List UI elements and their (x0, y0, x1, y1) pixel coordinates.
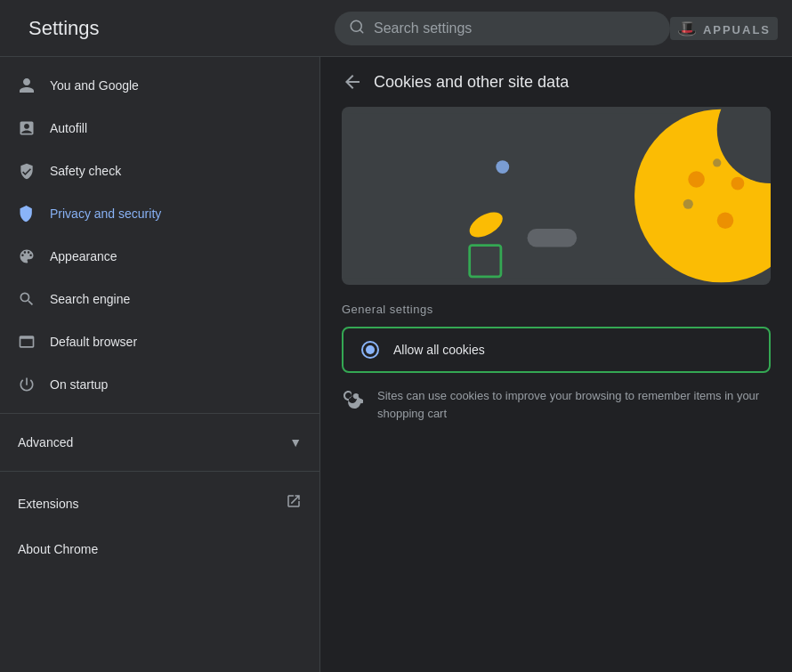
sidebar-label-on-startup: On startup (50, 377, 108, 392)
svg-rect-5 (528, 229, 578, 247)
sidebar-item-default-browser[interactable]: Default browser (0, 320, 309, 363)
privacy-icon (18, 205, 36, 223)
sidebar-item-privacy-and-security[interactable]: Privacy and security (0, 192, 309, 235)
sidebar-label-appearance: Appearance (50, 249, 117, 263)
svg-point-3 (496, 160, 509, 174)
sidebar-item-search-engine[interactable]: Search engine (0, 278, 309, 320)
sidebar-item-extensions[interactable]: Extensions (0, 479, 319, 528)
sidebar-item-safety-check[interactable]: Safety check (0, 150, 309, 192)
header-right: 🎩 APPUALS (670, 17, 778, 40)
browser-icon (18, 333, 36, 351)
svg-point-9 (688, 171, 705, 188)
main-layout: You and Google Autofill Safety check (0, 57, 792, 672)
sidebar-divider-1 (0, 413, 319, 414)
sidebar-label-safety-check: Safety check (50, 164, 121, 178)
svg-point-10 (717, 213, 734, 230)
app-header: Settings 🎩 APPUALS (0, 0, 792, 57)
search-icon (349, 19, 365, 38)
sidebar-item-appearance[interactable]: Appearance (0, 235, 309, 278)
sidebar-label-you-and-google: You and Google (50, 78, 139, 93)
content-area: Cookies and other site data (320, 57, 792, 672)
content-header: Cookies and other site data (320, 57, 792, 107)
sidebar-label-default-browser: Default browser (50, 335, 137, 349)
search-input[interactable] (374, 20, 656, 36)
sidebar-label-privacy: Privacy and security (50, 206, 161, 221)
sidebar-divider-2 (0, 471, 319, 472)
svg-point-13 (713, 158, 721, 166)
shield-icon (18, 162, 36, 180)
person-icon (18, 77, 36, 94)
cookie-description: Sites can use cookies to improve your br… (377, 387, 771, 422)
radio-inner-dot (366, 345, 375, 354)
svg-point-11 (731, 177, 745, 190)
general-settings-label: General settings (320, 285, 792, 323)
search-engine-icon (18, 290, 36, 308)
about-chrome-label: About Chrome (18, 542, 98, 556)
chevron-down-icon: ▼ (289, 435, 302, 449)
appearance-icon (18, 247, 36, 265)
sidebar-item-autofill[interactable]: Autofill (0, 107, 309, 150)
sidebar: You and Google Autofill Safety check (0, 57, 320, 672)
radio-button-allow-all[interactable] (361, 341, 379, 359)
startup-icon (18, 376, 36, 393)
advanced-label: Advanced (18, 435, 73, 449)
external-link-icon (286, 493, 302, 514)
sidebar-label-search-engine: Search engine (50, 292, 130, 306)
sidebar-advanced[interactable]: Advanced ▼ (0, 421, 319, 464)
sidebar-item-about-chrome[interactable]: About Chrome (0, 528, 319, 571)
sidebar-item-on-startup[interactable]: On startup (0, 363, 309, 406)
sidebar-label-autofill: Autofill (50, 121, 87, 135)
settings-title: Settings (14, 17, 335, 40)
brand-logo: 🎩 APPUALS (670, 17, 778, 40)
allow-all-cookies-label: Allow all cookies (393, 343, 485, 357)
cookie-icon (342, 389, 363, 410)
sidebar-item-you-and-google[interactable]: You and Google (0, 64, 309, 107)
page-title: Cookies and other site data (374, 73, 569, 92)
description-row: Sites can use cookies to improve your br… (320, 376, 792, 433)
back-button[interactable] (342, 71, 363, 93)
svg-point-12 (683, 199, 693, 209)
search-bar[interactable] (335, 12, 670, 45)
cookie-illustration (342, 107, 771, 285)
svg-line-1 (360, 29, 362, 32)
autofill-icon (18, 119, 36, 137)
allow-all-cookies-option[interactable]: Allow all cookies (342, 327, 771, 373)
extensions-label: Extensions (18, 497, 78, 511)
